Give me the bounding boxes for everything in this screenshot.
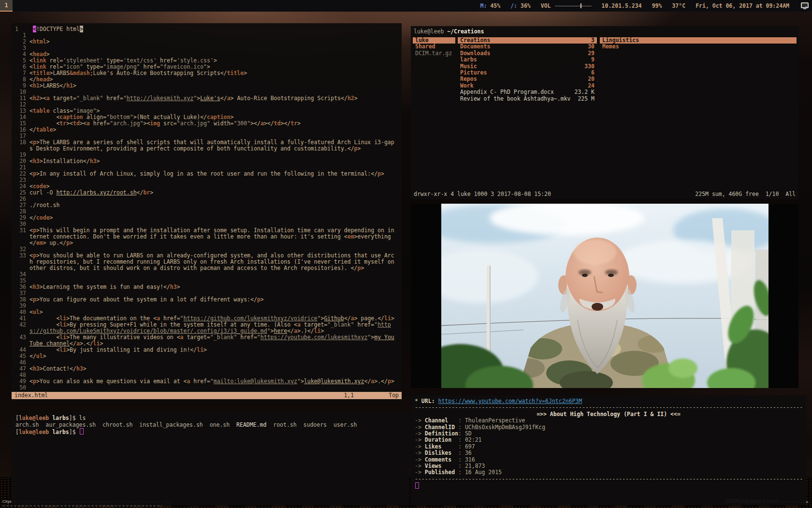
code-line[interactable]: 20<h3>Installation</h3> (12, 158, 402, 164)
directory-item[interactable]: luke (413, 37, 455, 44)
code-line[interactable]: 23 (12, 177, 402, 183)
code-line[interactable]: 2<html> (12, 39, 402, 45)
editor-window[interactable]: 1<!DOCTYPE html>1 2<html>3 4<head>5<link… (12, 23, 402, 402)
code-line[interactable]: 22<p>In any install of Arch Linux, simpl… (12, 171, 402, 177)
item-name: larbs (460, 57, 477, 63)
code-line[interactable]: 39 (12, 303, 402, 309)
directory-item[interactable]: Memes (600, 44, 797, 50)
code-line[interactable]: 49<p>You can also ask me questions via e… (12, 378, 402, 385)
line-text (29, 209, 398, 215)
video-metadata-dislikes: -> Dislikes : 36 (415, 450, 802, 456)
code-line[interactable]: 38<p>You can figure out about the system… (12, 297, 402, 303)
line-text: ./root.sh (29, 202, 398, 209)
volume-slider[interactable] (555, 3, 592, 8)
line-text (29, 385, 398, 391)
directory-item[interactable]: Creations3 (458, 37, 597, 44)
item-count: 9 (587, 57, 594, 63)
code-line[interactable]: 3 (12, 45, 402, 51)
memory-module: M: 45% (480, 2, 501, 9)
code-line[interactable]: 34 (12, 271, 402, 278)
arrow-icon: -> (415, 444, 425, 450)
code-line[interactable]: 1<!DOCTYPE html> (12, 26, 402, 32)
item-name: Linguistics (602, 37, 639, 44)
code-line[interactable]: 18<p>The LARBS are a series of shell scr… (12, 139, 402, 152)
workspace-indicator[interactable]: 1 (0, 0, 13, 12)
line-text: <p>The LARBS are a series of shell scrip… (29, 139, 398, 152)
arrow-icon: -> (415, 457, 425, 463)
field-label: Likes (425, 444, 458, 450)
code-line[interactable]: 25curl -O http://larbs.xyz/root.sh</br> (12, 190, 402, 196)
code-line[interactable]: 42 <li>By pressing Super+F1 while in the… (12, 322, 402, 334)
volume-knob[interactable] (580, 3, 581, 8)
code-line[interactable]: 1 (12, 32, 402, 39)
code-line[interactable]: 36<h3>Learning the system is fun and eas… (12, 284, 402, 290)
editor-buffer[interactable]: 1<!DOCTYPE html>1 2<html>3 4<head>5<link… (12, 23, 402, 391)
code-line[interactable]: 31<p>This will begin a prompt and the in… (12, 227, 402, 246)
field-value: 21,873 (465, 463, 485, 469)
video-metadata-definition: -> Definition: SD (415, 431, 802, 437)
code-line[interactable]: 11<h2><a target="_blank" href="http://lu… (12, 95, 402, 102)
video-url-link[interactable]: https://www.youtube.com/watch?v=6Jntc2n6… (438, 398, 582, 404)
directory-item[interactable]: Work24 (458, 83, 597, 89)
code-line[interactable]: 44 <li>By just installing it and diving … (12, 347, 402, 353)
code-line[interactable]: 33<p>You should be able to run LARBS on … (12, 253, 402, 271)
item-name: luke (415, 37, 429, 44)
line-number: 18 (12, 139, 29, 152)
code-line[interactable]: 47<h3>Contact!</h3> (12, 366, 402, 372)
line-text: </ul> (29, 353, 398, 359)
line-text: <tr><td><a href="arch.jpg"><img src="arc… (29, 120, 398, 127)
editor-filename: index.html (14, 392, 48, 399)
video-info-output: * URL: https://www.youtube.com/watch?v=6… (415, 398, 802, 490)
info-line (415, 482, 802, 490)
code-line[interactable]: 9<h1>LARBS</h1> (12, 83, 402, 89)
file-item[interactable]: DCIM.tar.gz (413, 50, 455, 57)
file-item[interactable]: Review of the book Ashtadhya~.mkv225 M (458, 96, 597, 102)
item-name: Creations (460, 37, 490, 44)
code-line[interactable]: 45</ul> (12, 353, 402, 359)
field-value: SD (465, 431, 472, 437)
listed-file: one.sh (210, 421, 230, 428)
line-number: 50 (12, 385, 29, 391)
directory-item[interactable]: Pictures6 (458, 70, 597, 76)
code-line[interactable]: 27./root.sh (12, 202, 402, 209)
video-player-window[interactable] (411, 204, 798, 388)
terminal-left[interactable]: [luke@leeb larbs]$ lsarch.sh aur_package… (12, 412, 409, 505)
directory-item[interactable]: Documents30 (458, 44, 597, 50)
directory-item[interactable]: Music330 (458, 63, 597, 70)
line-number: 5 (12, 58, 29, 64)
field-colon: : (458, 450, 465, 456)
directory-item[interactable]: larbs9 (458, 57, 597, 63)
directory-item[interactable]: Downloads29 (458, 50, 597, 57)
line-number: 1 (12, 32, 29, 39)
ip-address: 10.201.5.234 (602, 2, 642, 9)
code-line[interactable]: 50 (12, 385, 402, 391)
code-line[interactable]: 43 <li>The many illustrative videos on <… (12, 334, 402, 347)
directory-item[interactable]: Linguistics (600, 37, 797, 44)
prompt: ]$ (69, 429, 79, 435)
code-line[interactable]: 16</table> (12, 127, 402, 133)
code-line[interactable]: 29</code> (12, 215, 402, 221)
line-text: curl -O http://larbs.xyz/root.sh</br> (29, 190, 398, 196)
arrow-icon: -> (415, 469, 425, 476)
file-manager-window[interactable]: luke@leeb ~/Creations lukeSharedDCIM.tar… (411, 26, 798, 199)
code-line[interactable]: 26 (12, 196, 402, 202)
tray-monitor-icon[interactable] (800, 2, 809, 10)
memory-value: 45% (490, 2, 500, 9)
line-number: 8 (12, 76, 29, 83)
code-line[interactable]: 28 (12, 209, 402, 215)
file-item[interactable]: Appendix C- PhD Program.docx23.2 K (458, 89, 597, 95)
arrow-icon: -> (415, 424, 425, 431)
prompt: ]$ (69, 415, 79, 421)
item-name: Downloads (460, 50, 490, 57)
directory-item[interactable]: Repos20 (458, 76, 597, 82)
ranger-statusbar: drwxr-xr-x 4 luke 1000 3 2017-08-08 15:2… (414, 191, 796, 197)
line-text: <!DOCTYPE html> (33, 26, 401, 32)
field-colon: : (458, 418, 465, 424)
field-value: UChBsOxskMpDmBAsgJ91fKcg (465, 424, 545, 431)
code-line[interactable]: 15 <tr><td><a href="arch.jpg"><img src="… (12, 120, 402, 127)
video-info-terminal[interactable]: * URL: https://www.youtube.com/watch?v=6… (411, 395, 806, 505)
line-text: <h1>LARBS</h1> (29, 83, 398, 89)
code-line[interactable]: 7<title>LARBS&mdash;Luke's Auto-Rice Boo… (12, 70, 402, 76)
directory-item[interactable]: Shared (413, 44, 455, 50)
item-count: 29 (584, 50, 594, 57)
